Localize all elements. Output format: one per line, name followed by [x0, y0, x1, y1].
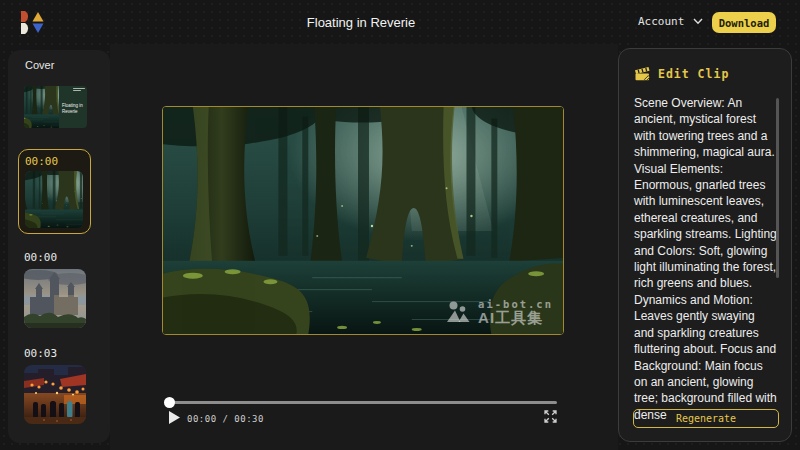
cover-title: Floating in Reverie [62, 103, 84, 115]
clip-timestamp: 00:03 [24, 347, 97, 360]
cover-watermark [73, 88, 85, 92]
seek-handle[interactable] [164, 397, 175, 408]
cover-title-panel: Floating in Reverie [59, 86, 87, 128]
clip-thumbnail-castle [24, 269, 86, 328]
edit-clip-header: Edit Clip [634, 66, 729, 81]
video-preview[interactable]: ai-bot.cn AI工具集 [162, 106, 564, 335]
download-button[interactable]: Download [712, 12, 776, 33]
seek-bar[interactable] [165, 401, 557, 404]
cover-art-forest [24, 86, 59, 128]
description-scrollbar[interactable] [776, 98, 779, 278]
clapperboard-edit-icon [634, 66, 651, 81]
clips-sidebar: Cover Floating in Reverie 00:00 00:00 00… [8, 50, 110, 443]
clip-thumbnail-market [24, 365, 86, 424]
clip-item-2[interactable]: 00:00 [24, 251, 97, 328]
clip-item-3[interactable]: 00:03 [24, 347, 97, 424]
watermark-line2: AI工具集 [478, 310, 553, 326]
app-logo[interactable] [18, 9, 44, 35]
play-button[interactable] [168, 411, 180, 424]
cover-label: Cover [25, 59, 54, 71]
account-menu[interactable]: Account [638, 15, 703, 28]
clip-thumbnail-forest [25, 171, 83, 228]
cover-thumbnail[interactable]: Floating in Reverie [24, 86, 87, 128]
regenerate-button[interactable]: Regenerate [633, 409, 779, 428]
clip-item-1-selected[interactable]: 00:00 [18, 149, 91, 234]
fullscreen-icon [543, 409, 558, 424]
clip-timestamp: 00:00 [25, 155, 84, 168]
account-label: Account [638, 15, 684, 28]
fullscreen-button[interactable] [543, 409, 558, 424]
chevron-down-icon [693, 18, 703, 25]
time-display: 00:00 / 00:30 [187, 414, 264, 424]
scene-description-textarea[interactable]: Scene Overview: An ancient, mystical for… [634, 95, 778, 423]
edit-clip-panel: Edit Clip Scene Overview: An ancient, my… [618, 48, 792, 442]
page-title: Floating in Reverie [307, 15, 415, 30]
edit-clip-title: Edit Clip [658, 67, 729, 81]
play-icon [169, 411, 180, 424]
clip-timestamp: 00:00 [24, 251, 97, 264]
watermark: ai-bot.cn AI工具集 [445, 299, 553, 326]
top-bar: Floating in Reverie Account Download [0, 0, 800, 44]
watermark-icon [445, 300, 471, 326]
